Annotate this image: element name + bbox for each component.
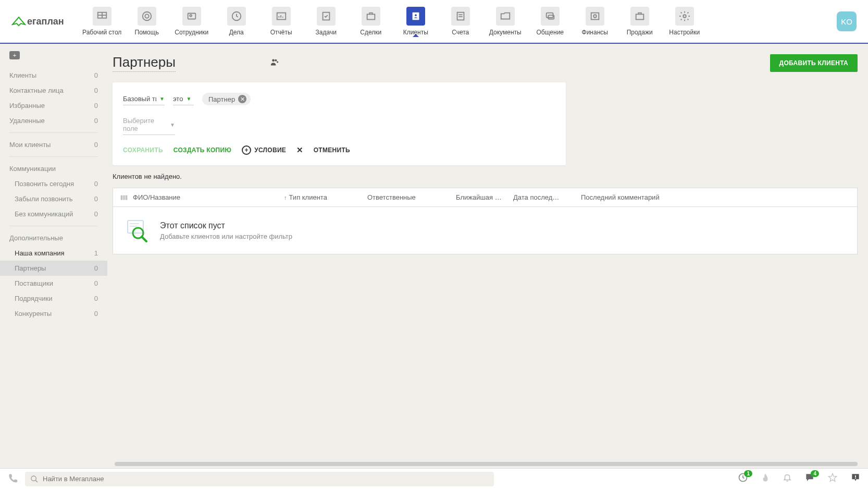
filter-condition-button[interactable]: +УСЛОВИЕ [242, 145, 286, 155]
chart-icon [272, 7, 291, 26]
nav-label: Задачи [316, 29, 337, 36]
sidebar-item-my-clients[interactable]: Мои клиенты0 [0, 137, 107, 152]
sidebar-item-partners[interactable]: Партнеры0 [0, 261, 107, 276]
empty-state: Этот список пуст Добавьте клиентов или н… [113, 207, 857, 254]
sidebar-item-no-comm[interactable]: Без коммуникаций0 [0, 206, 107, 222]
invoice-icon [451, 7, 470, 26]
column-name[interactable]: ФИО/Название [133, 193, 284, 201]
nav-item-desktop[interactable]: Рабочий стол [80, 7, 125, 36]
filter-cancel-button[interactable]: ✕ ОТМЕНИТЬ [296, 145, 350, 155]
filter-copy-button[interactable]: СОЗДАТЬ КОПИЮ [173, 146, 231, 154]
sidebar-header-communications: Коммуникации [0, 161, 107, 176]
svg-rect-31 [128, 221, 143, 233]
svg-rect-13 [367, 14, 375, 19]
svg-point-15 [415, 14, 417, 16]
nav-label: Дела [229, 29, 244, 36]
add-client-button[interactable]: ДОБАВИТЬ КЛИЕНТА [770, 54, 858, 72]
nav-label: Сотрудники [175, 29, 208, 36]
sidebar-item-contacts[interactable]: Контактные лица0 [0, 83, 107, 98]
add-people-icon[interactable] [269, 58, 280, 69]
filter-operator-dropdown[interactable]: это▼ [173, 93, 194, 105]
sidebar-item-competitors[interactable]: Конкуренты0 [0, 306, 107, 321]
sidebar-item-call-today[interactable]: Позвонить сегодня0 [0, 176, 107, 191]
nav-label: Клиенты [403, 29, 428, 36]
not-found-text: Клиентов не найдено. [113, 173, 858, 180]
column-nearest[interactable]: Ближайшая … [456, 193, 513, 201]
horizontal-scrollbar[interactable] [115, 462, 858, 466]
svg-rect-23 [636, 14, 643, 19]
chevron-down-icon: ▼ [159, 96, 165, 102]
nav-label: Продажи [627, 29, 653, 36]
logo[interactable]: егаплан [11, 15, 64, 28]
nav-item-chat[interactable]: Общение [528, 7, 573, 36]
filter-save-button[interactable]: СОХРАНИТЬ [123, 146, 163, 154]
svg-point-22 [593, 15, 597, 18]
sidebar-item-forgot-call[interactable]: Забыли позвонить0 [0, 191, 107, 206]
gear-icon [675, 7, 694, 26]
sidebar-item-our-company[interactable]: Наша компания1 [0, 246, 107, 261]
top-nav: егаплан Рабочий стол Помощь Сотрудники Д… [0, 0, 868, 44]
sidebar-item-deleted[interactable]: Удаленные0 [0, 113, 107, 128]
plus-circle-icon: + [242, 145, 251, 155]
nav-item-invoices[interactable]: Счета [438, 7, 483, 36]
remove-tag-icon[interactable]: ✕ [238, 95, 246, 103]
briefcase2-icon [630, 7, 649, 26]
employees-icon [182, 7, 201, 26]
sidebar-header-additional: Дополнительные [0, 230, 107, 246]
svg-point-4 [145, 14, 148, 18]
chevron-down-icon: ▼ [186, 96, 191, 102]
nav-item-finance[interactable]: Финансы [573, 7, 617, 36]
filter-choose-field-dropdown[interactable]: Выберите поле▼ [123, 115, 175, 135]
folder-icon [496, 7, 515, 26]
help-icon [138, 7, 156, 26]
nav-label: Счета [452, 29, 469, 36]
column-responsible[interactable]: Ответственные [367, 193, 456, 201]
svg-point-25 [272, 59, 275, 62]
nav-item-help[interactable]: Помощь [125, 7, 169, 36]
sidebar-item-clients[interactable]: Клиенты0 [0, 68, 107, 83]
filter-panel: Базовый тип▼ это▼ Партнер ✕ Выберите пол… [113, 82, 566, 165]
nav-label: Общение [536, 29, 564, 36]
contacts-icon [406, 7, 425, 26]
nav-item-deals[interactable]: Сделки [349, 7, 393, 36]
chat-icon [541, 7, 560, 26]
svg-line-35 [142, 237, 146, 241]
svg-point-3 [142, 12, 151, 21]
main-content: Партнеры ДОБАВИТЬ КЛИЕНТА Базовый тип▼ э… [107, 44, 868, 468]
sidebar-item-contractors[interactable]: Подрядчики0 [0, 291, 107, 306]
svg-point-6 [190, 15, 192, 17]
chevron-down-icon: ▼ [170, 122, 175, 128]
nav-item-sales[interactable]: Продажи [617, 7, 662, 36]
page-header: Партнеры ДОБАВИТЬ КЛИЕНТА [113, 54, 858, 72]
svg-rect-21 [591, 13, 599, 20]
svg-point-24 [683, 15, 686, 18]
sidebar-add-button[interactable]: + [9, 51, 20, 59]
nav-item-documents[interactable]: Документы [483, 7, 528, 36]
sidebar: + Клиенты0 Контактные лица0 Избранные0 У… [0, 44, 107, 468]
column-comment[interactable]: Последний комментарий [581, 193, 850, 201]
nav-label: Рабочий стол [82, 29, 121, 36]
sidebar-item-favorites[interactable]: Избранные0 [0, 98, 107, 113]
nav-item-clients[interactable]: Клиенты [393, 7, 438, 36]
nav-label: Сделки [360, 29, 381, 36]
safe-icon [586, 7, 604, 26]
divider [9, 226, 98, 226]
nav-label: Помощь [135, 29, 159, 36]
logo-text: егаплан [27, 16, 64, 27]
column-settings-icon[interactable] [120, 194, 133, 201]
svg-point-26 [275, 59, 277, 61]
nav-item-todo[interactable]: Задачи [304, 7, 349, 36]
page-title[interactable]: Партнеры [113, 54, 176, 72]
clients-table: ФИО/Название ↑Тип клиента Ответственные … [113, 188, 858, 254]
avatar[interactable]: KO [837, 11, 857, 31]
empty-search-icon [123, 217, 150, 243]
filter-field-dropdown[interactable]: Базовый тип▼ [123, 93, 165, 105]
column-last-date[interactable]: Дата послед… [513, 193, 581, 201]
sidebar-item-suppliers[interactable]: Поставщики0 [0, 276, 107, 291]
column-type[interactable]: ↑Тип клиента [284, 193, 367, 201]
nav-item-reports[interactable]: Отчёты [259, 7, 304, 36]
nav-item-settings[interactable]: Настройки [662, 7, 707, 36]
nav-item-tasks[interactable]: Дела [214, 7, 259, 36]
nav-item-employees[interactable]: Сотрудники [169, 7, 214, 36]
close-icon: ✕ [296, 145, 303, 155]
